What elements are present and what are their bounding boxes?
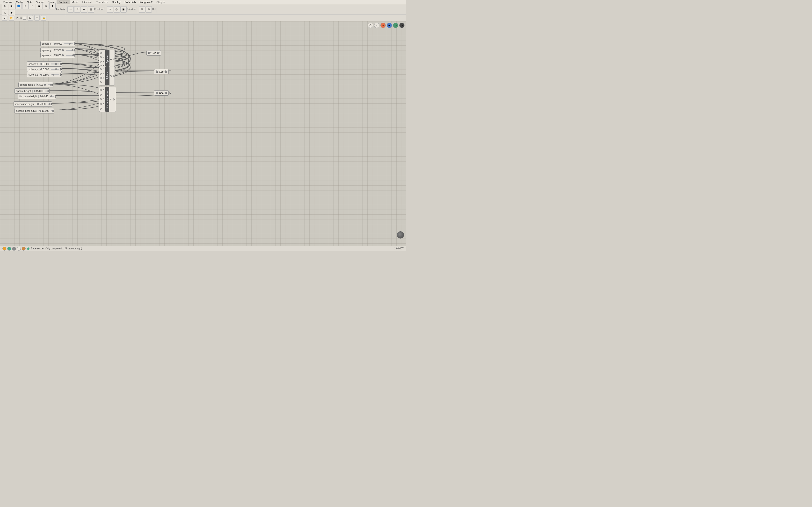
sphere1-port-x[interactable]: x (100, 55, 105, 59)
sphere2-port-R[interactable]: R (100, 67, 105, 71)
menu-kangaroo2[interactable]: Kangaroo2 (138, 0, 155, 4)
sphere1-z-track[interactable] (66, 55, 73, 56)
rt-btn-2[interactable]: ○ (374, 23, 379, 28)
sphere2-port-z[interactable]: z (100, 80, 105, 84)
status-icon-5[interactable] (22, 247, 26, 250)
sphere1-x-slider[interactable]: sphere x 0.000 (40, 41, 75, 46)
sphere1-port-y[interactable]: y (100, 60, 105, 63)
sphere1-z-slider[interactable]: sphere z 15.000 (40, 53, 75, 58)
sphere2-y-slider[interactable]: sphere y 0.000 (27, 67, 62, 72)
rc-port-R-out[interactable]: R (110, 98, 115, 101)
sphere2-x-track[interactable] (51, 63, 59, 64)
toolbar-btn-2[interactable]: m² (9, 3, 15, 9)
sphere-height-slider[interactable]: sphere height 15.000 (14, 89, 50, 94)
status-icon-2[interactable] (7, 247, 11, 250)
toolbar-btn-7[interactable]: ◎ (43, 3, 49, 9)
sphere-component-2[interactable]: R x y z Sphere G (99, 66, 115, 86)
geo-output-2[interactable]: Geo (154, 69, 169, 74)
toolbar-btn-9[interactable]: ⬡ (2, 10, 8, 16)
geo-output-3[interactable]: Geo (154, 90, 169, 96)
toolbar-btn-4[interactable]: □ (22, 3, 29, 9)
toolbar2-btn-eye[interactable]: 👁 (34, 15, 40, 20)
toolbar2-btn-new[interactable]: 🗋 (2, 15, 7, 20)
toolbar-btn-3[interactable]: 🔵 (15, 3, 22, 9)
toolbar2-btn-lock[interactable]: 🔒 (41, 15, 46, 20)
inner-curve-height-output[interactable] (51, 103, 52, 105)
status-icon-3[interactable] (12, 247, 16, 250)
sphere2-port-x[interactable]: x (100, 72, 105, 75)
geo2-port-left[interactable] (156, 70, 158, 73)
sphere-radius-track[interactable] (48, 84, 51, 85)
sphere2-y-track[interactable] (51, 69, 59, 70)
rc-port-F3[interactable]: F (100, 107, 105, 111)
sphere2-y-output[interactable] (60, 68, 62, 70)
rt-btn-1[interactable]: ⬡ (368, 23, 373, 28)
sphere2-x-slider[interactable]: sphere x 0.000 (27, 61, 62, 67)
toolbar-btn-1[interactable]: ⬡ (2, 3, 8, 9)
rt-btn-6[interactable]: ⊙ (399, 23, 405, 28)
menu-intersect[interactable]: Intersect (80, 0, 94, 4)
toolbar-btn-10[interactable]: m² (9, 10, 15, 16)
geo3-port-right[interactable] (164, 92, 167, 94)
sphere2-port-G[interactable]: G (110, 74, 115, 78)
rc-port-R[interactable]: R (100, 88, 105, 92)
sphere1-y-output[interactable] (74, 49, 75, 51)
sphere-height-track[interactable] (45, 91, 48, 92)
geo3-port-left[interactable] (156, 92, 158, 94)
inner-curve-height-track[interactable] (48, 104, 50, 105)
util-btn-2[interactable]: ⊟ (146, 6, 152, 12)
sphere-radius-output[interactable] (52, 83, 53, 86)
first-curve-height-output[interactable] (55, 95, 56, 98)
sphere1-x-output[interactable] (74, 43, 75, 45)
menu-display[interactable]: Display (110, 0, 122, 4)
sphere1-port-R[interactable]: R (100, 51, 105, 55)
freeform-btn-4[interactable]: ▩ (88, 6, 94, 12)
sphere2-z-slider[interactable]: sphere z 2.500 (27, 72, 62, 77)
freeform-btn-3[interactable]: ✏ (81, 6, 87, 12)
status-icon-1[interactable] (2, 247, 6, 250)
freeform-btn-1[interactable]: 〜 (67, 6, 74, 12)
zoom-check[interactable] (23, 16, 26, 19)
sphere1-x-track[interactable] (64, 43, 73, 44)
sphere2-z-output[interactable] (60, 73, 62, 76)
geo1-port-left[interactable] (148, 52, 151, 54)
toolbar2-btn-open[interactable]: 📂 (9, 15, 14, 20)
geo2-port-right[interactable] (164, 70, 167, 73)
geo-output-1[interactable]: Geo (146, 50, 161, 56)
rt-btn-3[interactable]: ● (380, 23, 386, 28)
rt-btn-4[interactable]: ◉ (387, 23, 392, 28)
primitive-btn-3[interactable]: ▣ (120, 6, 126, 12)
sphere2-x-output[interactable] (60, 63, 62, 65)
sphere1-y-track[interactable] (66, 50, 73, 51)
sphere1-y-slider[interactable]: sphere y 12.500 (40, 48, 75, 53)
toolbar2-btn-fit[interactable]: ⊡ (28, 15, 33, 20)
second-inner-curve-slider[interactable]: second inner curve 10.000 (14, 108, 54, 113)
geo1-port-right[interactable] (157, 52, 159, 54)
sphere2-z-track[interactable] (51, 74, 59, 75)
rc-port-C[interactable]: C (100, 97, 105, 101)
rc-port-F2[interactable]: F (100, 102, 105, 106)
menu-pufferfish[interactable]: Pufferfish (122, 0, 138, 4)
menu-clipper[interactable]: Clipper (154, 0, 167, 4)
toolbar-btn-6[interactable]: ▣ (36, 3, 42, 9)
rt-btn-5[interactable]: ◎ (393, 23, 398, 28)
status-icon-4[interactable] (17, 247, 21, 250)
util-btn-1[interactable]: ⊞ (139, 6, 145, 12)
toolbar-btn-8[interactable]: ❖ (49, 3, 56, 9)
round-connector-component[interactable]: R F C F F Round Connector R (99, 87, 116, 112)
sphere1-port-G[interactable]: G (110, 57, 115, 61)
rc-port-F1[interactable]: F (100, 93, 105, 97)
menu-mesh[interactable]: Mesh (69, 0, 80, 4)
second-inner-curve-track[interactable] (51, 110, 52, 111)
sphere2-port-y[interactable]: y (100, 76, 105, 80)
first-curve-height-slider[interactable]: first curve height 0.050 (18, 94, 56, 99)
first-curve-height-track[interactable] (50, 96, 54, 97)
primitive-btn-2[interactable]: ◎ (114, 6, 120, 12)
canvas-area[interactable]: sphere x 0.000 sphere y 12.500 sphere z … (0, 21, 406, 246)
menu-transform[interactable]: Transform (94, 0, 110, 4)
freeform-btn-2[interactable]: 🖊 (74, 6, 81, 12)
sphere-radius-slider[interactable]: sphere radius 6.500 (18, 82, 53, 88)
globe-icon[interactable] (397, 231, 404, 238)
inner-curve-height-slider[interactable]: inner curve height 5.000 (13, 101, 52, 107)
toolbar-btn-5[interactable]: ✦ (29, 3, 35, 9)
